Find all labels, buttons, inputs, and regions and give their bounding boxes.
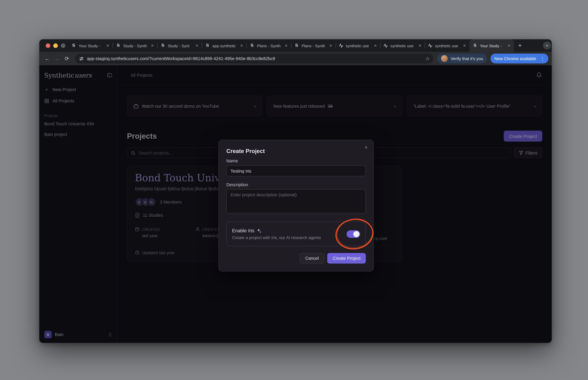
- syntheticusers-favicon-icon: S: [205, 43, 210, 48]
- modal-create-project-button[interactable]: Create Project: [327, 253, 366, 264]
- modal-actions: Cancel Create Project: [226, 253, 366, 264]
- iris-title: Enable Iris: [232, 228, 254, 233]
- tab-title: app.synthetic: [212, 43, 238, 48]
- syntheticusers-favicon-icon: S: [472, 43, 478, 48]
- browser-tab[interactable]: S Plans - Synth ×: [291, 39, 336, 52]
- tab-title: Your Study -: [79, 43, 104, 48]
- page-content: Syntheticusers + New Project All Proj: [39, 65, 552, 343]
- tab-list: S Your Study - × S Study - Synth × S Stu…: [68, 39, 514, 52]
- url-text: app-staging.syntheticusers.com/?currentW…: [87, 56, 422, 61]
- tab-title: synthetic use: [435, 43, 461, 48]
- tab-title: Plans - Synth: [257, 43, 282, 48]
- tab-close-icon[interactable]: ×: [106, 43, 110, 48]
- tab-title: Your Study -: [480, 43, 505, 48]
- description-label: Description: [226, 182, 366, 187]
- sparkles-icon: [257, 228, 262, 233]
- browser-tab[interactable]: synthetic use ×: [336, 39, 380, 52]
- cancel-button[interactable]: Cancel: [300, 253, 324, 264]
- tab-search-button[interactable]: [543, 41, 551, 50]
- tab-close-icon[interactable]: ×: [507, 43, 511, 48]
- browser-toolbar: ← → ⟳ app-staging.syntheticusers.com/?cu…: [39, 52, 552, 65]
- syntheticusers-favicon-icon: S: [249, 43, 255, 48]
- modal-title: Create Project: [226, 148, 366, 154]
- browser-tab[interactable]: synthetic use ×: [425, 39, 469, 52]
- macos-minimize-button[interactable]: [53, 43, 58, 48]
- bookmark-star-icon[interactable]: ☆: [425, 56, 430, 61]
- macos-zoom-button[interactable]: [61, 43, 65, 48]
- name-label: Name: [226, 159, 366, 163]
- browser-tab[interactable]: synthetic use ×: [380, 39, 425, 52]
- tab-close-icon[interactable]: ×: [329, 43, 333, 48]
- back-button[interactable]: ←: [43, 54, 52, 63]
- desktop: S Your Study - × S Study - Synth × S Stu…: [0, 0, 588, 380]
- browser-tab[interactable]: S Study - Synth ×: [113, 39, 157, 52]
- syntheticusers-favicon-icon: S: [294, 43, 299, 48]
- macos-close-button[interactable]: [46, 43, 50, 48]
- project-name-input[interactable]: [226, 165, 366, 176]
- chevron-down-icon: [545, 43, 549, 48]
- profile-avatar: [441, 55, 448, 62]
- site-settings-icon[interactable]: [79, 56, 84, 61]
- waveform-favicon-icon: [428, 43, 433, 48]
- browser-tab[interactable]: S Study - Synt ×: [157, 39, 202, 52]
- new-tab-button[interactable]: +: [515, 41, 525, 50]
- iris-subtitle: Create a project with Iris, our AI resea…: [232, 235, 321, 240]
- iris-toggle[interactable]: [347, 230, 360, 238]
- tab-title: synthetic use: [390, 43, 416, 48]
- profile-chip[interactable]: Verify that it's you: [437, 54, 487, 63]
- enable-iris-box: Enable Iris Create a project with Iris, …: [226, 222, 366, 246]
- profile-chip-label: Verify that it's you: [451, 56, 483, 61]
- create-project-modal: Create Project × Name Description Enable…: [218, 140, 374, 272]
- project-description-textarea[interactable]: [226, 189, 366, 213]
- syntheticusers-favicon-icon: S: [160, 43, 165, 48]
- toggle-knob: [353, 231, 360, 237]
- browser-tab[interactable]: S app.synthetic ×: [202, 39, 246, 52]
- tab-title: Study - Synth: [123, 43, 148, 48]
- tab-close-icon[interactable]: ×: [195, 43, 199, 48]
- browser-window: S Your Study - × S Study - Synth × S Stu…: [39, 39, 552, 343]
- browser-tab-active[interactable]: S Your Study - ×: [469, 39, 514, 52]
- macos-window-controls: [46, 43, 65, 48]
- tab-close-icon[interactable]: ×: [418, 43, 422, 48]
- tab-title: Study - Synt: [168, 43, 193, 48]
- close-icon[interactable]: ×: [365, 145, 368, 150]
- syntheticusers-favicon-icon: S: [116, 43, 121, 48]
- reload-button[interactable]: ⟳: [62, 54, 72, 63]
- tab-title: Plans - Synth: [302, 43, 327, 48]
- tab-close-icon[interactable]: ×: [240, 43, 243, 48]
- browser-tab[interactable]: S Plans - Synth ×: [246, 39, 291, 52]
- tab-close-icon[interactable]: ×: [151, 43, 154, 48]
- tab-title: synthetic use: [346, 43, 371, 48]
- waveform-favicon-icon: [383, 43, 388, 48]
- forward-button[interactable]: →: [53, 54, 62, 63]
- address-bar[interactable]: app-staging.syntheticusers.com/?currentW…: [75, 54, 434, 63]
- chrome-update-label: New Chrome available: [494, 56, 536, 61]
- syntheticusers-favicon-icon: S: [71, 43, 76, 48]
- tab-close-icon[interactable]: ×: [373, 43, 377, 48]
- chrome-update-button[interactable]: New Chrome available ⋮: [491, 54, 548, 63]
- browser-menu-icon[interactable]: ⋮: [539, 56, 546, 61]
- tab-close-icon[interactable]: ×: [463, 43, 466, 48]
- tab-close-icon[interactable]: ×: [284, 43, 288, 48]
- waveform-favicon-icon: [339, 43, 344, 48]
- browser-tab[interactable]: S Your Study - ×: [68, 39, 113, 52]
- tab-strip: S Your Study - × S Study - Synth × S Stu…: [39, 39, 552, 52]
